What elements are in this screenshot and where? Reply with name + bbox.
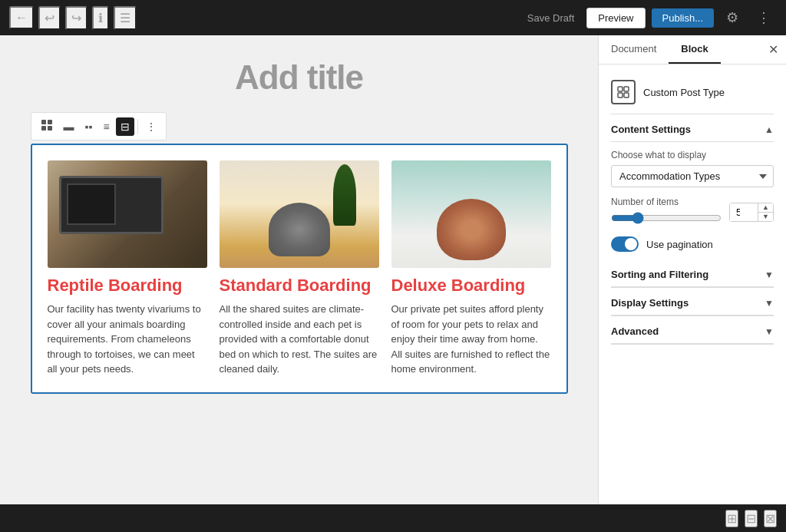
content-settings-title: Content Settings (611, 124, 691, 135)
publish-button[interactable]: Publish... (652, 8, 714, 28)
number-field-row: Number of items ▲ ▼ (611, 197, 774, 227)
card-image-deluxe (391, 160, 551, 268)
sidebar-header: Document Block ✕ (599, 35, 786, 64)
advanced-chevron: ▼ (765, 326, 774, 337)
block-toolbar: ▬ ▪▪ ≡ ⊟ ⋮ (31, 112, 167, 140)
pagination-toggle[interactable] (611, 236, 639, 252)
card-desc-standard: All the shared suites are climate-contro… (220, 302, 379, 377)
svg-rect-5 (624, 87, 629, 91)
bottom-split-icon[interactable]: ⊠ (764, 510, 777, 527)
sidebar-content: Custom Post Type Content Settings ▲ Choo… (599, 64, 786, 504)
sidebar-tabs: Document Block (599, 35, 761, 64)
svg-rect-0 (41, 120, 46, 124)
display-settings-section: Display Settings ▼ (611, 288, 774, 316)
items-range-slider[interactable] (611, 212, 722, 224)
spinner-buttons: ▲ ▼ (758, 203, 773, 221)
sorting-filtering-chevron: ▼ (765, 269, 774, 280)
save-draft-button[interactable]: Save Draft (521, 9, 580, 27)
single-row-icon[interactable]: ▬ (59, 117, 79, 136)
pagination-label: Use pagination (646, 239, 713, 250)
choose-display-select[interactable]: Accommodation TypesPet TypesServicesStaf… (611, 165, 774, 187)
bottom-bar: ⊞ ⊟ ⊠ (0, 504, 786, 532)
tab-document[interactable]: Document (599, 35, 669, 64)
advanced-title: Advanced (611, 325, 659, 337)
svg-rect-6 (618, 93, 623, 97)
svg-rect-3 (48, 126, 52, 131)
spinner-down-button[interactable]: ▼ (758, 213, 773, 221)
post-type-label: Custom Post Type (643, 87, 725, 98)
card-title-standard: Standard Boarding (220, 276, 379, 296)
main-layout: Add title ▬ ▪▪ ≡ ⊟ ⋮ (0, 35, 786, 504)
card-desc-deluxe: Our private pet suites afford plenty of … (391, 302, 551, 377)
page-title[interactable]: Add title (31, 58, 568, 97)
more-options-toolbar-icon[interactable]: ⋮ (141, 117, 161, 136)
card-image-standard (220, 160, 379, 268)
grid-icon-active[interactable]: ⊟ (116, 117, 134, 136)
content-settings-header[interactable]: Content Settings ▲ (611, 114, 774, 142)
undo-icon[interactable]: ↩ (38, 6, 61, 30)
card-desc-reptile: Our facility has twenty vivariums to cov… (48, 302, 207, 377)
cards-grid: Reptile Boarding Our facility has twenty… (48, 160, 551, 377)
content-settings-chevron-up: ▲ (765, 124, 774, 135)
card-standard: Standard Boarding All the shared suites … (220, 160, 379, 377)
right-sidebar: Document Block ✕ Custom Post Type (598, 35, 786, 504)
sidebar-close-button[interactable]: ✕ (761, 36, 786, 63)
grid-view-small-icon[interactable] (36, 116, 58, 137)
bottom-list-icon[interactable]: ⊟ (745, 510, 758, 527)
info-icon[interactable]: ℹ (92, 6, 109, 30)
pagination-row: Use pagination (611, 236, 774, 252)
svg-rect-2 (41, 126, 46, 131)
display-settings-header[interactable]: Display Settings ▼ (611, 288, 774, 316)
toolbar-divider (137, 119, 138, 134)
items-spinner: ▲ ▼ (729, 203, 774, 222)
two-col-icon[interactable]: ▪▪ (81, 117, 97, 136)
advanced-header[interactable]: Advanced ▼ (611, 316, 774, 344)
choose-field-label: Choose what to display (611, 150, 774, 160)
display-settings-chevron: ▼ (765, 298, 774, 309)
editor-area: Add title ▬ ▪▪ ≡ ⊟ ⋮ (0, 35, 598, 504)
list-view-icon[interactable]: ☰ (114, 6, 137, 30)
display-settings-title: Display Settings (611, 297, 689, 309)
items-number-input[interactable] (730, 203, 758, 221)
post-type-section: Custom Post Type (611, 74, 774, 114)
settings-icon[interactable]: ⚙ (720, 6, 745, 29)
svg-rect-1 (48, 120, 52, 124)
card-reptile: Reptile Boarding Our facility has twenty… (48, 160, 207, 377)
card-title-reptile: Reptile Boarding (48, 276, 207, 296)
card-deluxe: Deluxe Boarding Our private pet suites a… (391, 160, 551, 377)
items-label: Number of items (611, 197, 722, 207)
preview-button[interactable]: Preview (586, 8, 645, 28)
toggle-knob (625, 238, 637, 250)
publish-group: Publish... (652, 8, 714, 28)
svg-rect-4 (618, 87, 623, 91)
topbar-right: Save Draft Preview Publish... ⚙ ⋮ (521, 6, 777, 29)
sorting-filtering-title: Sorting and Filtering (611, 269, 708, 280)
card-title-deluxe: Deluxe Boarding (391, 276, 551, 296)
content-block: Reptile Boarding Our facility has twenty… (31, 144, 568, 394)
svg-rect-7 (624, 93, 629, 97)
topbar: ← ↩ ↪ ℹ ☰ Save Draft Preview Publish... … (0, 0, 786, 35)
back-icon[interactable]: ← (9, 6, 34, 29)
redo-icon[interactable]: ↪ (65, 6, 88, 30)
more-options-icon[interactable]: ⋮ (751, 6, 777, 29)
advanced-section: Advanced ▼ (611, 316, 774, 345)
card-image-reptile (48, 160, 207, 268)
spinner-up-button[interactable]: ▲ (758, 203, 773, 213)
sorting-filtering-header[interactable]: Sorting and Filtering ▼ (611, 259, 774, 287)
list-icon[interactable]: ≡ (98, 117, 114, 136)
content-settings-body: Choose what to display Accommodation Typ… (611, 142, 774, 259)
post-type-icon (611, 80, 636, 104)
sorting-filtering-section: Sorting and Filtering ▼ (611, 259, 774, 288)
bottom-grid-icon[interactable]: ⊞ (725, 510, 738, 527)
topbar-left: ← ↩ ↪ ℹ ☰ (9, 6, 137, 30)
tab-block[interactable]: Block (669, 35, 720, 64)
range-container: Number of items (611, 197, 722, 227)
page-title-area: Add title (31, 58, 568, 97)
